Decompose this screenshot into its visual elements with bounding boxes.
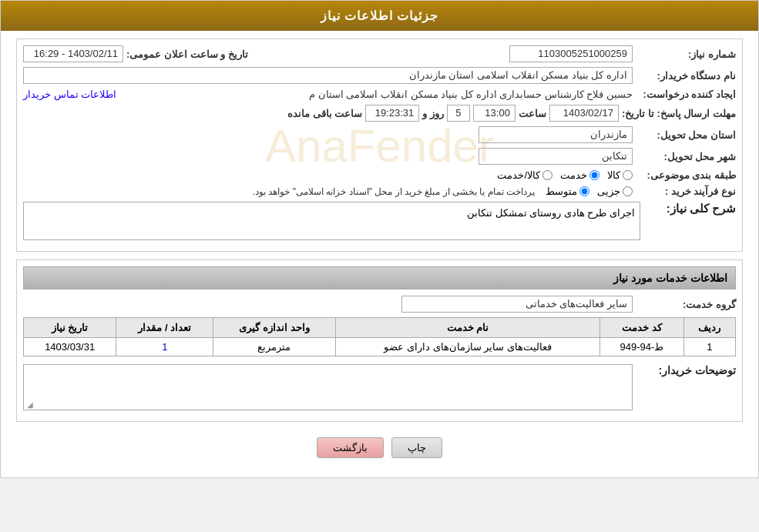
category-radio-group: کالا خدمت کالا/خدمت	[497, 169, 633, 181]
cell-date: 1403/03/31	[24, 338, 116, 356]
buyer-org-value: اداره کل بنیاد مسکن انقلاب اسلامی استان …	[23, 67, 633, 84]
services-section-title: اطلاعات خدمات مورد نیاز	[23, 266, 736, 289]
table-head: ردیف کد خدمت نام خدمت واحد اندازه گیری ت…	[24, 318, 736, 338]
col-qty: تعداد / مقدار	[116, 318, 213, 338]
send-remaining-label: ساعت باقی مانده	[287, 108, 362, 119]
buyer-desc-box: ◢	[23, 364, 633, 410]
buyer-org-label: نام دستگاه خریدار:	[636, 70, 736, 82]
radio-khedmat: خدمت	[560, 169, 599, 181]
cell-unit: مترمربع	[213, 338, 336, 356]
col-unit: واحد اندازه گیری	[213, 318, 336, 338]
radio-motavasset-label: متوسط	[546, 186, 577, 197]
button-row: چاپ بازگشت	[16, 430, 743, 470]
print-button[interactable]: چاپ	[391, 437, 442, 458]
need-desc-label: شرح کلی نیاز:	[643, 202, 736, 216]
buyer-org-row: نام دستگاه خریدار: اداره کل بنیاد مسکن ا…	[23, 67, 736, 84]
send-time-label: ساعت	[519, 108, 546, 119]
send-remaining: 19:23:31	[365, 105, 419, 122]
category-row: طبقه بندی موضوعی: کالا خدمت کالا/خدمت	[23, 169, 736, 181]
info-section: AnaFender شماره نیاز: 1103005251000259 ت…	[16, 38, 743, 252]
resize-handle: ◢	[25, 400, 33, 408]
service-group-row: گروه خدمت: سایر فعالیت‌های خدماتی	[23, 296, 736, 313]
province-value: مازندران	[479, 126, 633, 143]
purchase-type-row: نوع فرآیند خرید : جزیی متوسط پرداخت تمام…	[23, 186, 736, 197]
need-number-value: 1103005251000259	[509, 45, 633, 62]
creator-row: ایجاد کننده درخواست: حسین فلاح کارشناس ح…	[23, 89, 736, 100]
cell-name: فعالیت‌های سایر سازمان‌های دارای عضو	[335, 338, 600, 356]
radio-motavasset: متوسط	[546, 186, 589, 197]
province-label: استان محل تحویل:	[636, 129, 736, 141]
service-group-value: سایر فعالیت‌های خدماتی	[401, 296, 633, 313]
creator-label: ایجاد کننده درخواست:	[636, 89, 736, 100]
city-label: شهر محل تحویل:	[636, 151, 736, 162]
table-body: 1 ط-94-949 فعالیت‌های سایر سازمان‌های دا…	[24, 338, 736, 356]
need-desc-box: اجرای طرح هادی روستای تمشکل تنکابن	[23, 202, 640, 240]
radio-khedmat-label: خدمت	[560, 169, 587, 181]
category-label: طبقه بندی موضوعی:	[636, 169, 736, 181]
send-deadline-row: مهلت ارسال پاسخ: تا تاریخ: 1403/02/17 سا…	[23, 105, 736, 122]
send-deadline-label: مهلت ارسال پاسخ: تا تاریخ:	[622, 108, 736, 119]
cell-row: 1	[683, 338, 735, 356]
city-value: تنکابن	[479, 148, 633, 165]
col-code: کد خدمت	[600, 318, 683, 338]
radio-jozi: جزیی	[597, 186, 633, 197]
buyer-desc-row: توضیحات خریدار: ◢	[23, 364, 736, 410]
city-row: شهر محل تحویل: تنکابن	[23, 148, 736, 165]
page-wrapper: جزئیات اطلاعات نیاز AnaFender شماره نیاز…	[0, 0, 759, 478]
creator-value: حسین فلاح کارشناس حسابداری اداره کل بنیا…	[119, 89, 633, 100]
purchase-radio-group: جزیی متوسط	[546, 186, 633, 197]
announce-date-value: 1403/02/11 - 16:29	[23, 45, 123, 62]
radio-khedmat-input[interactable]	[589, 170, 599, 180]
table-header-row: ردیف کد خدمت نام خدمت واحد اندازه گیری ت…	[24, 318, 736, 338]
purchase-type-label: نوع فرآیند خرید :	[636, 186, 736, 197]
cell-qty: 1	[116, 338, 213, 356]
send-days-label: روز و	[422, 108, 444, 119]
radio-kala-input[interactable]	[623, 170, 633, 180]
table-row: 1 ط-94-949 فعالیت‌های سایر سازمان‌های دا…	[24, 338, 736, 356]
page-header: جزئیات اطلاعات نیاز	[1, 1, 758, 31]
purchase-note: پرداخت تمام یا بخشی از مبلغ خرید از محل …	[253, 186, 535, 197]
need-desc-value: اجرای طرح هادی روستای تمشکل تنکابن	[467, 207, 635, 219]
creator-link[interactable]: اطلاعات تماس خریدار	[23, 89, 116, 100]
col-date: تاریخ نیاز	[24, 318, 116, 338]
radio-kala: کالا	[607, 169, 633, 181]
content-area: AnaFender شماره نیاز: 1103005251000259 ت…	[1, 31, 758, 477]
radio-jozi-label: جزیی	[597, 186, 620, 197]
col-name: نام خدمت	[335, 318, 600, 338]
services-section: اطلاعات خدمات مورد نیاز گروه خدمت: سایر …	[16, 259, 743, 422]
service-group-label: گروه خدمت:	[636, 299, 736, 310]
announce-date-label: تاریخ و ساعت اعلان عمومی:	[126, 49, 248, 60]
send-time: 13:00	[473, 105, 516, 122]
need-number-label: شماره نیاز:	[636, 49, 736, 60]
buyer-desc-label: توضیحات خریدار:	[636, 364, 736, 376]
radio-kala-khedmat-input[interactable]	[542, 170, 552, 180]
need-desc-row: شرح کلی نیاز: اجرای طرح هادی روستای تمشک…	[23, 202, 736, 240]
radio-kala-khedmat: کالا/خدمت	[497, 169, 552, 181]
back-button[interactable]: بازگشت	[317, 437, 384, 458]
radio-kala-label: کالا	[607, 169, 620, 181]
services-table: ردیف کد خدمت نام خدمت واحد اندازه گیری ت…	[23, 317, 736, 356]
cell-code: ط-94-949	[600, 338, 683, 356]
radio-jozi-input[interactable]	[623, 186, 633, 196]
radio-motavasset-input[interactable]	[579, 186, 589, 196]
need-number-row: شماره نیاز: 1103005251000259 تاریخ و ساع…	[23, 45, 736, 62]
col-row: ردیف	[683, 318, 735, 338]
province-row: استان محل تحویل: مازندران	[23, 126, 736, 143]
radio-kala-khedmat-label: کالا/خدمت	[497, 169, 540, 181]
send-days: 5	[447, 105, 470, 122]
page-title: جزئیات اطلاعات نیاز	[321, 9, 439, 22]
send-date: 1403/02/17	[549, 105, 619, 122]
